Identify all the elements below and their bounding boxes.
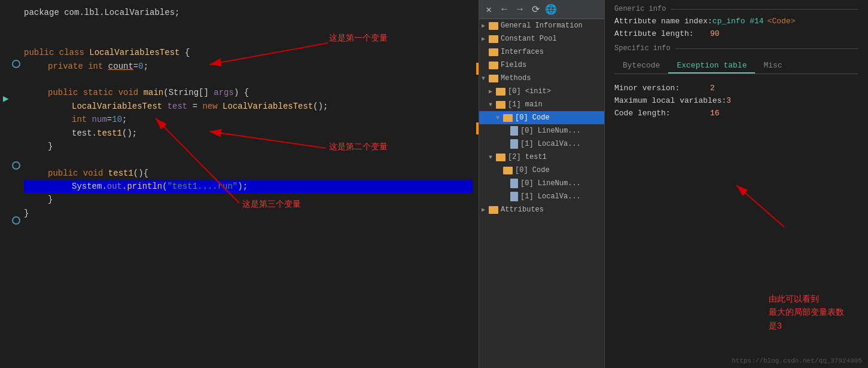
scroll-marker-2 xyxy=(476,122,479,134)
code-line-10: test.test1(); xyxy=(24,127,473,140)
tree-item-label: Constant Pool xyxy=(501,35,557,43)
tree-item-constant-pool[interactable]: ▶ Constant Pool xyxy=(479,32,604,45)
tree-arrow: ▼ xyxy=(496,115,503,121)
tree-item-label: [0] Code xyxy=(515,166,550,174)
folder-icon xyxy=(496,88,505,96)
folder-icon xyxy=(489,206,498,214)
attribute-length-label: Attribute length: xyxy=(614,29,710,38)
tree-arrow: ▼ xyxy=(482,75,489,82)
folder-icon xyxy=(489,22,498,30)
folder-icon xyxy=(496,154,505,161)
tree-arrow: ▶ xyxy=(489,88,496,95)
tree-item-linenum2[interactable]: ▶ [0] LineNum... xyxy=(479,177,604,190)
code-panel: ▶ package com.lbl.LocalVariables; public… xyxy=(0,0,479,368)
tree-item-interfaces[interactable]: ▶ Interfaces xyxy=(479,45,604,59)
specific-info-section: Specific info xyxy=(614,44,858,53)
tree-item-label: [0] Code xyxy=(515,114,550,122)
tree-item-localvar[interactable]: ▶ [1] LocalVa... xyxy=(479,137,604,151)
attribute-name-code: <Code> xyxy=(768,17,796,26)
code-line-8: LocalVariablesTest test = new LocalVaria… xyxy=(24,100,473,113)
tree-item-label: [1] main xyxy=(508,100,543,109)
tree-item-init[interactable]: ▶ [0] <init> xyxy=(479,85,604,98)
forward-button[interactable]: → xyxy=(514,4,526,16)
folder-icon xyxy=(503,167,513,174)
tree-item-label: [0] LineNum... xyxy=(520,179,581,188)
tree-item-label: Fields xyxy=(501,61,526,69)
code-line-16: } xyxy=(24,207,473,220)
code-length-label: Code length: xyxy=(614,109,710,118)
code-line-blank-4 xyxy=(24,153,473,166)
specific-info-title: Specific info xyxy=(614,44,858,53)
code-line-1: package com.lbl.LocalVariables; xyxy=(24,6,473,19)
tree-item-label: Methods xyxy=(501,74,531,82)
svg-line-8 xyxy=(736,185,784,227)
tree-item-main[interactable]: ▼ [1] main xyxy=(479,98,604,111)
minor-version-label: Minor version: xyxy=(614,84,710,93)
tree-item-label: Attributes xyxy=(501,206,544,214)
tree-arrow: ▼ xyxy=(489,102,496,108)
code-line-9: int num=10; xyxy=(24,113,473,126)
tree-item-code2[interactable]: ▶ [0] Code xyxy=(479,164,604,177)
generic-info-title: Generic info xyxy=(614,5,858,13)
close-button[interactable]: ✕ xyxy=(483,4,495,16)
attribute-length-value: 90 xyxy=(710,29,720,38)
code-length-row: Code length: 16 xyxy=(614,109,858,118)
tree-item-linenum[interactable]: ▶ [0] LineNum... xyxy=(479,124,604,137)
tree-item-localvar2[interactable]: ▶ [1] LocalVa... xyxy=(479,190,604,203)
folder-icon xyxy=(489,75,498,82)
generic-info-section: Generic info Attribute name index: cp_in… xyxy=(614,5,858,38)
code-line-7: public static void main(String[] args) { xyxy=(24,86,473,99)
globe-button[interactable]: 🌐 xyxy=(545,4,557,16)
attribute-length-row: Attribute length: 90 xyxy=(614,29,858,38)
tree-item-test1[interactable]: ▼ [2] test1 xyxy=(479,151,604,164)
tree-arrow: ▶ xyxy=(482,35,489,42)
code-line-5: private int count=0; xyxy=(24,60,473,73)
attribute-name-row: Attribute name index: cp_info #14 <Code> xyxy=(614,17,858,26)
code-content: package com.lbl.LocalVariables; public c… xyxy=(0,0,479,226)
max-local-vars-row: Maximum local variables: 3 xyxy=(614,96,858,105)
attribute-name-label: Attribute name index: xyxy=(614,17,712,26)
code-line-blank-1 xyxy=(24,19,473,32)
file-icon xyxy=(510,126,518,136)
annotation-container: 由此可以看到最大的局部变量表数是3 xyxy=(769,292,844,332)
code-line-4: public class LocalVariablesTest { xyxy=(24,46,473,59)
tree-item-fields[interactable]: ▶ Fields xyxy=(479,59,604,72)
info-panel: Generic info Attribute name index: cp_in… xyxy=(604,0,868,368)
file-icon xyxy=(510,179,518,188)
folder-icon xyxy=(489,48,498,56)
tree-content: ▶ General Information ▶ Constant Pool ▶ … xyxy=(479,19,604,368)
tab-misc[interactable]: Misc xyxy=(755,59,790,73)
refresh-button[interactable]: ⟳ xyxy=(529,4,541,16)
folder-icon xyxy=(496,101,505,109)
tree-item-label: [0] LineNum... xyxy=(520,127,581,135)
tab-exception-table[interactable]: Exception table xyxy=(668,59,755,73)
tab-bytecode[interactable]: Bytecode xyxy=(614,59,668,73)
code-length-value: 16 xyxy=(710,109,720,118)
tree-item-label: [0] <init> xyxy=(508,87,551,96)
scroll-marker-1 xyxy=(476,63,479,75)
tree-arrow: ▼ xyxy=(489,154,496,161)
tree-item-label: [1] LocalVa... xyxy=(520,140,581,148)
folder-icon xyxy=(489,62,498,69)
code-line-15: } xyxy=(24,193,473,206)
code-line-blank-3 xyxy=(24,73,473,86)
tree-arrow: ▶ xyxy=(482,206,489,213)
minor-version-row: Minor version: 2 xyxy=(614,84,858,93)
bottom-url: https://blog.csdn.net/qq_37924905 xyxy=(732,357,862,364)
tree-item-general-info[interactable]: ▶ General Information xyxy=(479,19,604,32)
tree-item-code-selected[interactable]: ▼ [0] Code xyxy=(479,111,604,124)
folder-icon xyxy=(503,114,513,122)
annotation-text: 由此可以看到最大的局部变量表数是3 xyxy=(769,292,844,332)
max-local-vars-label: Maximum local variables: xyxy=(614,96,726,105)
misc-content: Minor version: 2 Maximum local variables… xyxy=(614,84,858,118)
tabs-row: Bytecode Exception table Misc xyxy=(614,59,858,74)
folder-icon xyxy=(489,35,498,43)
tree-item-attributes[interactable]: ▶ Attributes xyxy=(479,203,604,216)
file-icon xyxy=(510,139,518,149)
tree-item-label: General Information xyxy=(501,22,583,30)
tree-item-methods[interactable]: ▼ Methods xyxy=(479,72,604,85)
code-line-blank-2 xyxy=(24,33,473,46)
back-button[interactable]: ← xyxy=(498,4,510,16)
tree-toolbar: ✕ ← → ⟳ 🌐 xyxy=(479,0,604,19)
max-local-vars-value: 3 xyxy=(726,96,731,105)
